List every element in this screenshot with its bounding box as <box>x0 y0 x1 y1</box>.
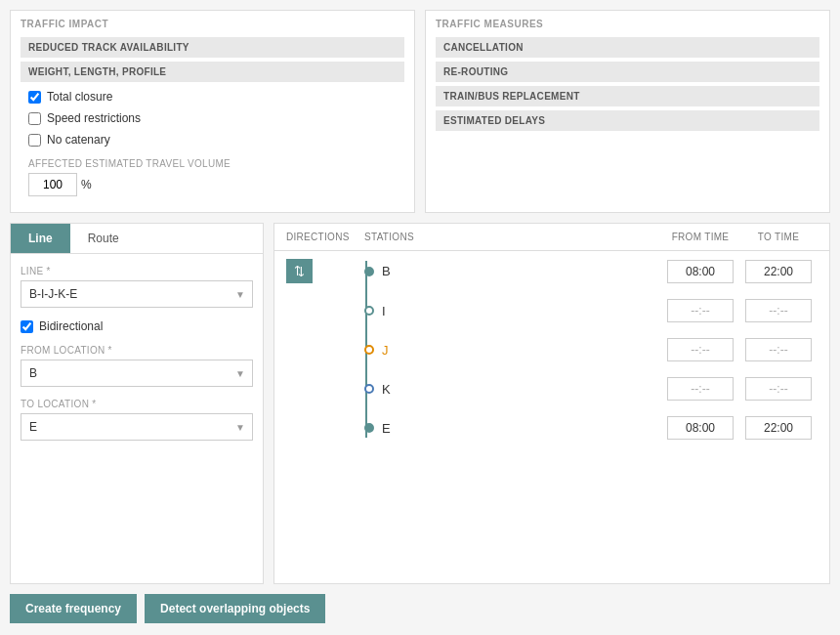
left-panel: Line Route LINE * B-I-J-K-E ▼ Bidirectio… <box>10 223 264 584</box>
category-reduced-track: REDUCED TRACK AVAILABILITY <box>21 37 404 58</box>
time-col-to-I <box>739 299 818 322</box>
time-col-from-J <box>661 338 739 361</box>
station-dot-B <box>364 267 374 276</box>
total-closure-row: Total closure <box>21 86 404 107</box>
station-col-I: I <box>364 304 462 318</box>
table-header: DIRECTIONS STATIONS FROM TIME TO TIME <box>274 224 829 251</box>
percent-label: % <box>81 178 92 191</box>
direction-button[interactable]: ⇅ <box>286 259 313 283</box>
station-row-B: ⇅ B <box>274 251 829 291</box>
station-name-E: E <box>382 421 391 436</box>
cancellation-bar: CANCELLATION <box>436 37 819 58</box>
time-col-to-E <box>739 416 818 440</box>
station-col-B: B <box>364 264 462 278</box>
bottom-section: Line Route LINE * B-I-J-K-E ▼ Bidirectio… <box>10 223 830 584</box>
from-location-wrapper: B ▼ <box>21 360 253 387</box>
detect-overlapping-button[interactable]: Detect overlapping objects <box>145 594 325 623</box>
station-col-K: K <box>364 382 462 397</box>
tab-bar: Line Route <box>11 224 263 254</box>
time-col-to-K <box>739 377 818 401</box>
create-frequency-button[interactable]: Create frequency <box>10 594 137 623</box>
station-name-K: K <box>382 382 391 397</box>
col-directions-header: DIRECTIONS <box>286 232 364 242</box>
top-section: TRAFFIC IMPACT REDUCED TRACK AVAILABILIT… <box>10 10 830 213</box>
tab-line[interactable]: Line <box>11 224 70 253</box>
traffic-impact-title: TRAFFIC IMPACT <box>21 19 404 29</box>
time-col-from-I <box>661 299 739 322</box>
station-name-J: J <box>382 343 389 358</box>
station-row-K: K <box>274 369 829 408</box>
to-location-wrapper: E ▼ <box>21 413 253 441</box>
to-time-J[interactable] <box>745 338 812 361</box>
to-location-select[interactable]: E <box>21 413 253 441</box>
speed-restrictions-checkbox[interactable] <box>28 112 41 125</box>
station-row-J: J <box>274 330 829 369</box>
line-field-label: LINE * <box>21 266 253 276</box>
from-time-E[interactable] <box>667 416 734 440</box>
footer-bar: Create frequency Detect overlapping obje… <box>10 584 830 625</box>
no-catenary-row: No catenary <box>21 129 404 150</box>
station-col-J: J <box>364 343 462 358</box>
travel-volume-section: AFFECTED ESTIMATED TRAVEL VOLUME % <box>21 150 404 204</box>
category-weight-length: WEIGHT, LENGTH, PROFILE <box>21 62 404 82</box>
station-row-E: E <box>274 408 829 447</box>
from-time-B[interactable] <box>667 260 734 283</box>
tab-route[interactable]: Route <box>70 224 137 253</box>
bidirectional-label: Bidirectional <box>39 319 103 333</box>
to-time-I[interactable] <box>745 299 812 322</box>
bidirectional-row: Bidirectional <box>21 319 253 333</box>
time-col-from-B <box>661 260 739 283</box>
col-stations-header: STATIONS <box>364 232 462 242</box>
direction-col-B: ⇅ <box>286 259 364 283</box>
line-select[interactable]: B-I-J-K-E <box>21 280 253 308</box>
speed-restrictions-row: Speed restrictions <box>21 107 404 129</box>
from-time-I[interactable] <box>667 299 734 322</box>
to-location-label: TO LOCATION * <box>21 399 253 409</box>
traffic-measures-title: TRAFFIC MEASURES <box>436 19 819 29</box>
line-select-wrapper: B-I-J-K-E ▼ <box>21 280 253 308</box>
speed-restrictions-label: Speed restrictions <box>47 111 141 125</box>
estimated-delays-bar: ESTIMATED DELAYS <box>436 110 819 131</box>
station-dot-I <box>364 306 374 316</box>
from-location-label: FROM LOCATION * <box>21 345 253 356</box>
station-col-E: E <box>364 421 462 436</box>
no-catenary-label: No catenary <box>47 133 110 147</box>
main-container: TRAFFIC IMPACT REDUCED TRACK AVAILABILIT… <box>0 0 840 635</box>
time-col-to-B <box>739 260 818 283</box>
from-time-K[interactable] <box>667 377 734 401</box>
col-from-time-header: FROM TIME <box>661 232 739 242</box>
no-catenary-checkbox[interactable] <box>28 134 41 147</box>
travel-volume-input-row: % <box>28 173 397 196</box>
travel-volume-input[interactable] <box>28 173 77 196</box>
station-dot-K <box>364 384 374 394</box>
traffic-impact-panel: TRAFFIC IMPACT REDUCED TRACK AVAILABILIT… <box>10 10 415 213</box>
bidirectional-checkbox[interactable] <box>21 320 33 333</box>
to-time-K[interactable] <box>745 377 812 401</box>
travel-volume-label: AFFECTED ESTIMATED TRAVEL VOLUME <box>28 158 397 169</box>
left-panel-body: LINE * B-I-J-K-E ▼ Bidirectional FROM LO… <box>11 254 263 464</box>
from-time-J[interactable] <box>667 338 734 361</box>
total-closure-label: Total closure <box>47 90 112 104</box>
station-dot-J <box>364 345 374 355</box>
col-to-time-header: TO TIME <box>739 232 818 242</box>
right-panel: DIRECTIONS STATIONS FROM TIME TO TIME ⇅ … <box>273 223 830 584</box>
from-location-select[interactable]: B <box>21 360 253 387</box>
col-spacer <box>462 232 661 242</box>
station-name-I: I <box>382 304 386 318</box>
traffic-measures-panel: TRAFFIC MEASURES CANCELLATION RE-ROUTING… <box>425 10 830 213</box>
to-time-E[interactable] <box>745 416 812 440</box>
total-closure-checkbox[interactable] <box>28 91 41 104</box>
time-col-to-J <box>739 338 818 361</box>
station-name-B: B <box>382 264 391 278</box>
time-col-from-E <box>661 416 739 440</box>
to-time-B[interactable] <box>745 260 812 283</box>
station-dot-E <box>364 423 374 433</box>
rerouting-bar: RE-ROUTING <box>436 62 819 82</box>
stations-container: ⇅ B <box>274 251 829 447</box>
station-row-I: I <box>274 291 829 330</box>
train-bus-bar: TRAIN/BUS REPLACEMENT <box>436 86 819 106</box>
time-col-from-K <box>661 377 739 401</box>
